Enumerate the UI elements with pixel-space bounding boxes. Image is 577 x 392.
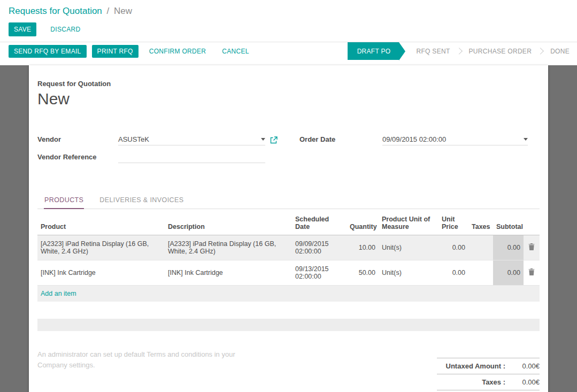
vendor-label: Vendor: [37, 135, 118, 145]
print-rfq-button[interactable]: PRINT RFQ: [92, 45, 139, 58]
workflow-buttons: SEND RFQ BY EMAIL PRINT RFQ CONFIRM ORDE…: [0, 42, 255, 60]
sheet-footer: Untaxed Amount : 0.00€ Taxes : 0.00€ Tot…: [37, 349, 540, 392]
confirm-order-button[interactable]: CONFIRM ORDER: [144, 45, 212, 58]
delete-row-button[interactable]: [524, 235, 540, 260]
terms-textarea[interactable]: [37, 349, 264, 392]
taxes-label: Taxes :: [437, 378, 512, 386]
cell-subtotal: 0.00: [493, 235, 524, 260]
column-subtotal: Subtotal: [493, 211, 524, 235]
page-title: New: [37, 90, 540, 108]
untaxed-amount-row: Untaxed Amount : 0.00€: [437, 358, 540, 374]
cell-uom[interactable]: Unit(s): [379, 235, 438, 260]
add-an-item-link[interactable]: Add an item: [41, 290, 76, 297]
page-background: Request for Quotation New Vendor ASUSTeK: [0, 65, 577, 392]
cell-product[interactable]: [A2323] iPad Retina Display (16 GB, Whit…: [37, 235, 165, 260]
cell-scheduled-date[interactable]: 09/09/2015 02:00:00: [292, 235, 347, 260]
cell-taxes[interactable]: [468, 260, 493, 286]
cell-unit-price[interactable]: 0.00: [438, 260, 468, 286]
discard-button[interactable]: DISCARD: [45, 22, 86, 36]
breadcrumb: Requests for Quotation / New: [9, 6, 568, 17]
untaxed-amount-value: 0.00€: [512, 362, 540, 370]
column-quantity: Quantity: [347, 211, 379, 235]
tab-products[interactable]: PRODUCTS: [44, 191, 84, 209]
vendor-value[interactable]: ASUSTeK: [118, 135, 149, 143]
cell-description[interactable]: [A2323] iPad Retina Display (16 GB, Whit…: [165, 235, 292, 260]
dropdown-caret-icon[interactable]: [524, 138, 528, 141]
stage-draft-po[interactable]: DRAFT PO: [348, 42, 399, 60]
order-date-value[interactable]: 09/09/2015 02:00:00: [382, 135, 446, 143]
vendor-reference-label: Vendor Reference: [37, 153, 118, 163]
cell-taxes[interactable]: [468, 235, 493, 260]
dropdown-caret-icon[interactable]: [261, 138, 265, 141]
table-row: [INK] Ink Cartridge [INK] Ink Cartridge …: [37, 260, 540, 286]
save-button[interactable]: SAVE: [9, 22, 36, 36]
breadcrumb-current: New: [114, 6, 132, 16]
table-row: [A2323] iPad Retina Display (16 GB, Whit…: [37, 235, 540, 260]
vendor-reference-field-row: Vendor Reference: [37, 150, 299, 163]
sheet-subtitle: Request for Quotation: [37, 80, 540, 88]
stage-purchase-order[interactable]: PURCHASE ORDER: [461, 42, 540, 60]
breadcrumb-parent-link[interactable]: Requests for Quotation: [9, 6, 102, 16]
trash-icon: [528, 243, 535, 250]
column-taxes: Taxes: [468, 211, 493, 235]
order-date-input[interactable]: 09/09/2015 02:00:00: [382, 133, 528, 145]
cell-quantity[interactable]: 10.00: [347, 235, 379, 260]
column-actions: [524, 211, 540, 235]
cancel-button[interactable]: CANCEL: [217, 45, 254, 58]
totals-block: Untaxed Amount : 0.00€ Taxes : 0.00€ Tot…: [437, 358, 540, 392]
column-product: Product: [37, 211, 165, 235]
cell-product[interactable]: [INK] Ink Cartridge: [37, 260, 165, 286]
trash-icon: [528, 268, 535, 275]
vendor-input[interactable]: ASUSTeK: [118, 133, 265, 145]
column-description: Description: [165, 211, 292, 235]
stage-rfq-sent[interactable]: RFQ SENT: [409, 42, 457, 60]
untaxed-amount-label: Untaxed Amount :: [437, 362, 512, 370]
taxes-value: 0.00€: [512, 378, 540, 386]
taxes-row: Taxes : 0.00€: [437, 374, 540, 390]
order-date-field-row: Order Date 09/09/2015 02:00:00: [299, 133, 540, 145]
breadcrumb-separator: /: [107, 6, 110, 16]
tab-deliveries-invoices[interactable]: DELIVERIES & INVOICES: [99, 191, 184, 209]
vendor-reference-input[interactable]: [118, 151, 265, 163]
top-header: Requests for Quotation / New SAVE DISCAR…: [0, 0, 577, 42]
external-link-icon[interactable]: [270, 136, 278, 144]
cell-uom[interactable]: Unit(s): [379, 260, 438, 286]
order-lines-table: Product Description Scheduled Date Quant…: [37, 211, 540, 302]
column-product-uom: Product Unit of Measure: [379, 211, 438, 235]
column-unit-price: Unit Price: [438, 211, 468, 235]
form-fields: Vendor ASUSTeK Vendor Reference: [37, 133, 540, 168]
delete-row-button[interactable]: [524, 260, 540, 286]
cell-scheduled-date[interactable]: 09/13/2015 02:00:00: [292, 260, 347, 286]
cell-unit-price[interactable]: 0.00: [438, 235, 468, 260]
section-divider-strip: [37, 319, 540, 331]
column-scheduled-date: Scheduled Date: [292, 211, 347, 235]
send-rfq-by-email-button[interactable]: SEND RFQ BY EMAIL: [9, 45, 87, 58]
vendor-field-row: Vendor ASUSTeK: [37, 133, 299, 145]
notebook-tabs: PRODUCTS DELIVERIES & INVOICES: [37, 191, 540, 209]
action-toolbar: SEND RFQ BY EMAIL PRINT RFQ CONFIRM ORDE…: [0, 42, 577, 60]
stage-done[interactable]: DONE: [543, 42, 577, 60]
terms-field: [37, 349, 264, 392]
cell-quantity[interactable]: 50.00: [347, 260, 379, 286]
table-header-row: Product Description Scheduled Date Quant…: [37, 211, 540, 235]
order-date-label: Order Date: [299, 135, 382, 145]
form-sheet: Request for Quotation New Vendor ASUSTeK: [29, 65, 548, 392]
cell-description[interactable]: [INK] Ink Cartridge: [165, 260, 292, 286]
status-pipeline: DRAFT PO RFQ SENT PURCHASE ORDER DONE: [348, 42, 577, 60]
add-item-row: Add an item: [37, 286, 540, 302]
record-actions: SAVE DISCARD: [9, 22, 568, 36]
cell-subtotal: 0.00: [493, 260, 524, 286]
